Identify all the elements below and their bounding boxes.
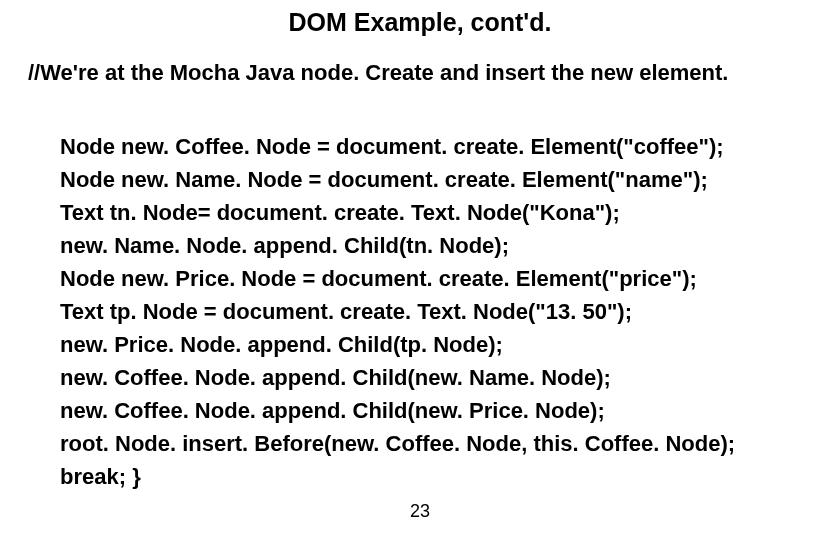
page-number: 23 xyxy=(0,501,840,522)
code-block: Node new. Coffee. Node = document. creat… xyxy=(60,130,800,493)
slide: DOM Example, cont'd. //We're at the Moch… xyxy=(0,0,840,540)
slide-title: DOM Example, cont'd. xyxy=(0,8,840,37)
code-line: new. Coffee. Node. append. Child(new. Pr… xyxy=(60,394,800,427)
code-line: new. Name. Node. append. Child(tn. Node)… xyxy=(60,229,800,262)
code-line: Node new. Name. Node = document. create.… xyxy=(60,163,800,196)
code-line: Text tn. Node= document. create. Text. N… xyxy=(60,196,800,229)
code-line: Node new. Price. Node = document. create… xyxy=(60,262,800,295)
code-line: new. Coffee. Node. append. Child(new. Na… xyxy=(60,361,800,394)
code-line: new. Price. Node. append. Child(tp. Node… xyxy=(60,328,800,361)
code-line: root. Node. insert. Before(new. Coffee. … xyxy=(60,427,800,460)
code-line: Node new. Coffee. Node = document. creat… xyxy=(60,130,800,163)
code-line: break; } xyxy=(60,460,800,493)
code-line: Text tp. Node = document. create. Text. … xyxy=(60,295,800,328)
code-comment: //We're at the Mocha Java node. Create a… xyxy=(28,60,728,86)
